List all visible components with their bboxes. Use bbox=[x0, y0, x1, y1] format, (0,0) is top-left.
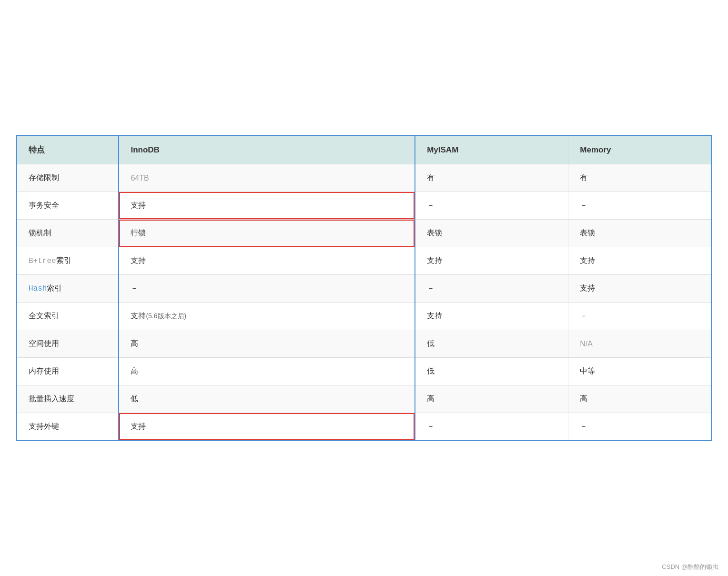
cell-feature: 存储限制 bbox=[17, 164, 119, 192]
cell-innodb: 高 bbox=[119, 330, 415, 358]
cell-myisam: 有 bbox=[415, 164, 568, 192]
cell-memory: N/A bbox=[568, 330, 711, 358]
cell-innodb: 高 bbox=[119, 358, 415, 385]
cell-memory: 支持 bbox=[568, 247, 711, 275]
hash-code: Hash bbox=[29, 284, 47, 293]
cell-memory: － bbox=[568, 303, 711, 330]
cell-myisam: 低 bbox=[415, 358, 568, 385]
watermark: CSDN @酷酷的锄虫 bbox=[662, 563, 718, 571]
table-row: 锁机制行锁表锁表锁 bbox=[17, 220, 711, 247]
table-row: 存储限制64TB有有 bbox=[17, 164, 711, 192]
cell-innodb: 支持 bbox=[119, 247, 415, 275]
cell-memory: 高 bbox=[568, 385, 711, 413]
cell-memory: － bbox=[568, 413, 711, 441]
cell-feature: 批量插入速度 bbox=[17, 385, 119, 413]
cell-feature: B+tree索引 bbox=[17, 247, 119, 275]
cell-feature: 全文索引 bbox=[17, 303, 119, 330]
memory-value: N/A bbox=[580, 340, 593, 348]
header-myisam: MyISAM bbox=[415, 135, 568, 164]
cell-innodb: 行锁 bbox=[119, 220, 415, 247]
table-row: 批量插入速度低高高 bbox=[17, 385, 711, 413]
cell-memory: 支持 bbox=[568, 275, 711, 303]
table-row: B+tree索引支持支持支持 bbox=[17, 247, 711, 275]
cell-innodb: 支持 bbox=[119, 192, 415, 220]
cell-innodb: 低 bbox=[119, 385, 415, 413]
cell-innodb: 支持(5.6版本之后) bbox=[119, 303, 415, 330]
table-row: 事务安全支持－－ bbox=[17, 192, 711, 220]
table-row: 空间使用高低N/A bbox=[17, 330, 711, 358]
cell-innodb: 支持 bbox=[119, 413, 415, 441]
btree-code: B+tree bbox=[29, 257, 56, 265]
table-row: 支持外键支持－－ bbox=[17, 413, 711, 441]
table-row: 全文索引支持(5.6版本之后)支持－ bbox=[17, 303, 711, 330]
cell-myisam: 支持 bbox=[415, 303, 568, 330]
cell-myisam: 表锁 bbox=[415, 220, 568, 247]
cell-feature: 事务安全 bbox=[17, 192, 119, 220]
cell-feature: 空间使用 bbox=[17, 330, 119, 358]
cell-myisam: － bbox=[415, 192, 568, 220]
cell-myisam: 高 bbox=[415, 385, 568, 413]
header-memory: Memory bbox=[568, 135, 711, 164]
cell-feature: Hash索引 bbox=[17, 275, 119, 303]
innodb-value: 64TB bbox=[131, 174, 149, 182]
cell-memory: 表锁 bbox=[568, 220, 711, 247]
cell-feature: 支持外键 bbox=[17, 413, 119, 441]
cell-myisam: － bbox=[415, 413, 568, 441]
cell-myisam: － bbox=[415, 275, 568, 303]
cell-memory: 中等 bbox=[568, 358, 711, 385]
header-innodb: InnoDB bbox=[119, 135, 415, 164]
cell-memory: 有 bbox=[568, 164, 711, 192]
cell-innodb: 64TB bbox=[119, 164, 415, 192]
cell-feature: 内存使用 bbox=[17, 358, 119, 385]
table-row: Hash索引－－支持 bbox=[17, 275, 711, 303]
innodb-note: (5.6版本之后) bbox=[146, 312, 186, 320]
table-row: 内存使用高低中等 bbox=[17, 358, 711, 385]
cell-feature: 锁机制 bbox=[17, 220, 119, 247]
cell-myisam: 支持 bbox=[415, 247, 568, 275]
table-header-row: 特点 InnoDB MyISAM Memory bbox=[17, 135, 711, 164]
page-wrapper: 特点 InnoDB MyISAM Memory 存储限制64TB有有事务安全支持… bbox=[16, 135, 712, 441]
cell-innodb: － bbox=[119, 275, 415, 303]
header-feature: 特点 bbox=[17, 135, 119, 164]
cell-memory: － bbox=[568, 192, 711, 220]
cell-myisam: 低 bbox=[415, 330, 568, 358]
comparison-table: 特点 InnoDB MyISAM Memory 存储限制64TB有有事务安全支持… bbox=[16, 135, 712, 441]
